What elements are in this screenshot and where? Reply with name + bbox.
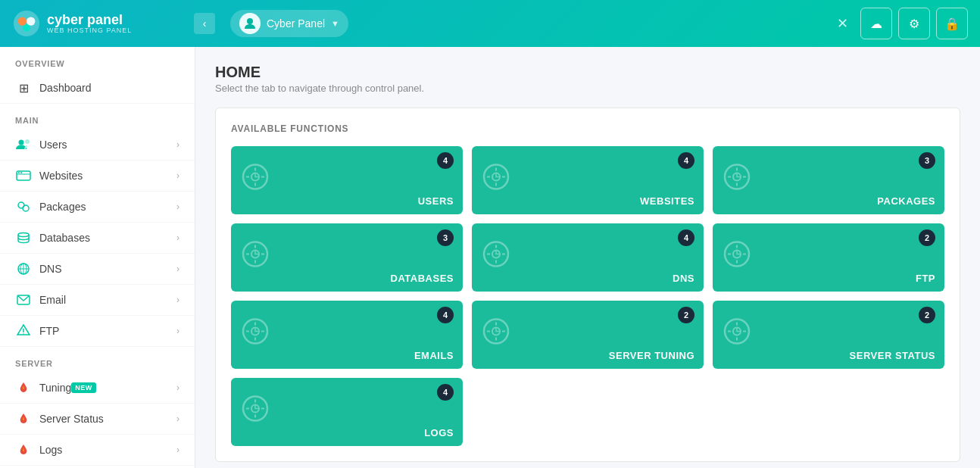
functions-card: AVAILABLE FUNCTIONS 4 USERS [215,108,960,462]
section-title-overview: OVERVIEW [0,47,195,73]
tile-server-status[interactable]: 2 SERVER STATUS [713,301,944,369]
topnav: cyber panel WEB HOSTING PANEL ‹ Cyber Pa… [0,0,980,47]
tile-icon-dns [481,239,511,276]
tile-count-websites: 4 [678,152,694,169]
logo: cyber panel WEB HOSTING PANEL [12,9,200,38]
chevron-right-icon: › [176,413,179,424]
tile-dns[interactable]: 4 DNS [472,223,704,292]
sidebar-item-ftp[interactable]: FTP › [0,316,195,347]
sidebar-label-dns: DNS [39,263,62,275]
close-icon[interactable]: ✕ [837,15,848,32]
cloud-button[interactable]: ☁ [860,8,892,39]
sidebar-item-dns[interactable]: DNS › [0,254,195,285]
tile-label-packages: PACKAGES [877,195,935,207]
logo-icon [12,9,41,38]
chevron-right-icon: › [176,170,179,181]
tile-users[interactable]: 4 USERS [231,146,463,214]
sidebar-item-dashboard[interactable]: ⊞ Dashboard [0,73,195,104]
databases-icon [15,229,32,246]
settings-button[interactable]: ⚙ [898,8,930,39]
tile-label-server-tuning: SERVER TUNING [609,350,694,361]
sidebar-item-logs[interactable]: Logs › [0,435,195,466]
tile-databases[interactable]: 3 DATABASES [231,223,463,292]
user-label: Cyber Panel [267,17,325,30]
logo-text: cyber panel [47,13,132,27]
tile-label-emails: EMAILS [414,350,454,361]
chevron-right-icon: › [176,382,179,393]
user-icon [243,17,257,30]
sidebar-section-server: SERVER Tuning NEW › Server Status › [0,347,195,466]
lock-icon: 🔒 [944,17,960,31]
tiles-grid: 4 USERS 4 WEBSITES [231,146,944,446]
svg-point-6 [25,139,30,144]
svg-point-1 [18,17,27,25]
svg-point-9 [18,172,20,173]
tile-packages[interactable]: 3 PACKAGES [713,146,944,214]
tile-count-dns: 4 [678,229,694,246]
tile-count-ftp: 2 [919,229,935,246]
tile-count-users: 4 [437,152,454,169]
sidebar-item-label: Dashboard [39,82,92,94]
tile-icon-server-tuning [481,317,511,354]
svg-point-0 [14,11,39,36]
tile-count-emails: 4 [437,307,454,323]
sidebar-item-server-status[interactable]: Server Status › [0,404,195,435]
tile-emails[interactable]: 4 EMAILS [231,301,463,369]
tile-label-dns: DNS [673,273,694,284]
sidebar-section-overview: OVERVIEW ⊞ Dashboard [0,47,195,104]
sidebar-item-tuning[interactable]: Tuning NEW › [0,373,195,404]
lock-button[interactable]: 🔒 [936,8,968,39]
svg-point-2 [27,17,35,25]
sidebar-label-email: Email [39,294,66,306]
sidebar-toggle-button[interactable]: ‹ [194,13,215,34]
dns-icon [15,261,32,277]
tile-icon-emails [240,317,270,354]
svg-point-13 [18,233,29,237]
sidebar-item-email[interactable]: Email › [0,285,195,316]
tile-logs[interactable]: 4 LOGS [231,378,463,446]
tile-label-logs: LOGS [424,427,454,438]
tile-label-databases: DATABASES [391,273,454,284]
chevron-right-icon: › [176,232,179,243]
logo-sub: WEB HOSTING PANEL [47,27,132,34]
tile-label-ftp: FTP [916,273,935,284]
tile-label-websites: WEBSITES [640,195,694,207]
server-status-icon [15,410,32,427]
svg-point-10 [20,172,22,173]
section-title-main: MAIN [0,104,195,129]
chevron-right-icon: › [176,201,179,212]
svg-point-12 [23,205,29,211]
tile-icon-ftp [722,239,752,276]
tile-count-packages: 3 [919,152,935,169]
chevron-right-icon: › [176,445,179,455]
email-icon [15,292,32,308]
chevron-right-icon: › [176,139,179,150]
sidebar-item-databases[interactable]: Databases › [0,223,195,254]
tile-icon-packages [722,162,752,199]
svg-point-21 [23,333,24,335]
user-menu[interactable]: Cyber Panel ▼ [230,10,348,37]
tile-label-users: USERS [418,195,454,207]
tile-server-tuning[interactable]: 2 SERVER TUNING [472,301,704,369]
sidebar-item-packages[interactable]: Packages › [0,192,195,223]
new-badge: NEW [71,382,96,393]
tile-icon-logs [240,394,270,431]
sidebar-item-users[interactable]: Users › [0,129,195,161]
avatar [239,13,261,34]
sidebar-item-websites[interactable]: Websites › [0,161,195,192]
sidebar-label-server-status: Server Status [39,413,104,425]
section-title-server: SERVER [0,347,195,373]
svg-point-3 [23,24,30,32]
gear-icon: ⚙ [909,17,919,31]
logs-icon [15,441,32,458]
sidebar: OVERVIEW ⊞ Dashboard MAIN Users › Websit… [0,47,195,468]
websites-icon [15,167,32,184]
chevron-right-icon: › [176,264,179,274]
tile-count-logs: 4 [437,384,454,401]
tile-ftp[interactable]: 2 FTP [713,223,944,292]
main-content: HOME Select the tab to navigate through … [195,47,980,468]
page-subtitle: Select the tab to navigate through contr… [215,83,960,94]
dashboard-icon: ⊞ [15,80,32,96]
tile-websites[interactable]: 4 WEBSITES [472,146,704,214]
svg-point-5 [19,140,24,145]
